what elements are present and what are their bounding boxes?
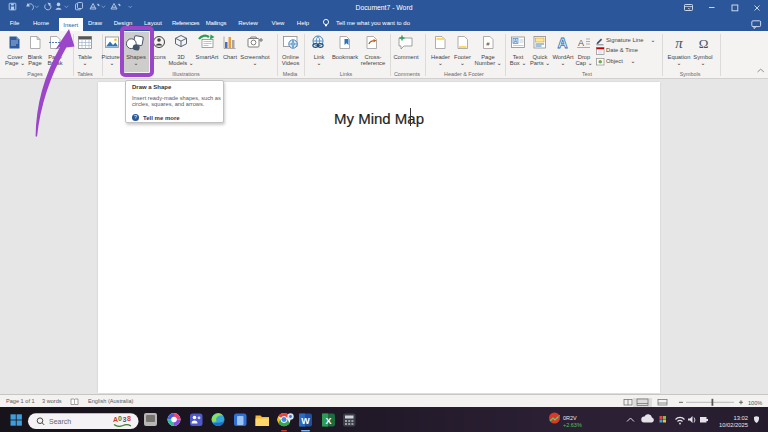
svg-text:Document7 - Word: Document7 - Word [356, 4, 413, 11]
svg-text:0: 0 [118, 415, 122, 422]
svg-text:Search: Search [49, 418, 71, 425]
svg-text:10/02/2025: 10/02/2025 [719, 422, 748, 428]
svg-text:X: X [325, 416, 331, 426]
svg-text:W: W [301, 416, 310, 426]
svg-text:8: 8 [127, 415, 131, 422]
svg-text:A: A [578, 38, 584, 48]
svg-text:+2.63%: +2.63% [563, 422, 582, 428]
svg-text:100%: 100% [748, 399, 762, 405]
svg-text:π: π [675, 35, 683, 51]
svg-text:A: A [557, 35, 567, 51]
svg-text:Ω: Ω [699, 36, 709, 51]
svg-text:13:02: 13:02 [733, 415, 748, 421]
svg-text:3: 3 [123, 416, 127, 423]
svg-text:0R2V: 0R2V [563, 415, 577, 421]
